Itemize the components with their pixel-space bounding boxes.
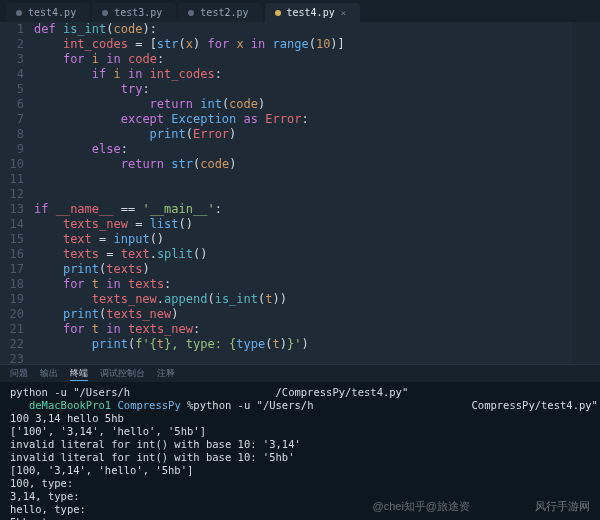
line-number: 12 [0,187,24,202]
tab-label: test3.py [114,7,162,18]
line-number: 9 [0,142,24,157]
line-number: 16 [0,247,24,262]
line-number: 20 [0,307,24,322]
line-number: 4 [0,67,24,82]
panel-tab-2[interactable]: 终端 [70,367,88,381]
terminal-line: ['100', '3,14', 'hello', '5hb'] [10,425,590,438]
line-number: 7 [0,112,24,127]
editor-tab-0[interactable]: test4.py [6,3,90,22]
line-number: 19 [0,292,24,307]
line-number: 1 [0,22,24,37]
line-number: 15 [0,232,24,247]
code-line[interactable] [34,187,590,202]
code-line[interactable]: return int(code) [34,97,590,112]
terminal-line: [100, '3,14', 'hello', '5hb'] [10,464,590,477]
line-number: 14 [0,217,24,232]
code-line[interactable]: int_codes = [str(x) for x in range(10)] [34,37,590,52]
line-number: 8 [0,127,24,142]
line-number: 10 [0,157,24,172]
tab-label: test4.py [28,7,76,18]
close-icon[interactable]: × [341,8,346,18]
code-line[interactable]: except Exception as Error: [34,112,590,127]
line-number: 13 [0,202,24,217]
line-number: 23 [0,352,24,364]
line-number: 22 [0,337,24,352]
file-dot-icon [188,10,194,16]
editor-tab-2[interactable]: test2.py [178,3,262,22]
code-line[interactable]: print(texts) [34,262,590,277]
minimap[interactable] [572,22,600,364]
code-line[interactable] [34,172,590,187]
line-gutter: 1234567891011121314151617181920212223 [0,22,34,364]
line-number: 17 [0,262,24,277]
tab-label: test2.py [200,7,248,18]
code-line[interactable]: print(Error) [34,127,590,142]
terminal-line: invalid literal for int() with base 10: … [10,438,590,451]
code-line[interactable]: print(texts_new) [34,307,590,322]
code-lines[interactable]: def is_int(code): int_codes = [str(x) fo… [34,22,600,364]
code-line[interactable] [34,352,590,364]
terminal-line: 5hb, type: [10,516,590,520]
terminal-line: deMacBookPro1 CompressPy %python -u "/Us… [10,399,590,412]
line-number: 21 [0,322,24,337]
panel-tab-1[interactable]: 输出 [40,367,58,380]
terminal-line: hello, type: [10,503,590,516]
line-number: 18 [0,277,24,292]
terminal-line: 100 3,14 hello 5hb [10,412,590,425]
line-number: 3 [0,52,24,67]
code-line[interactable]: texts_new.append(is_int(t)) [34,292,590,307]
code-line[interactable]: if __name__ == '__main__': [34,202,590,217]
code-line[interactable]: if i in int_codes: [34,67,590,82]
terminal-line: invalid literal for int() with base 10: … [10,451,590,464]
editor-tab-3[interactable]: test4.py× [265,3,361,22]
tab-label: test4.py [287,7,335,18]
code-line[interactable]: for t in texts_new: [34,322,590,337]
terminal-line: 100, type: [10,477,590,490]
panel-tab-bar: 问题输出终端调试控制台注释 [0,364,600,382]
code-line[interactable]: texts = text.split() [34,247,590,262]
file-dot-icon [16,10,22,16]
code-line[interactable]: for t in texts: [34,277,590,292]
line-number: 6 [0,97,24,112]
code-line[interactable]: try: [34,82,590,97]
terminal-output[interactable]: python -u "/Users/h /CompressPy/test4.py… [0,382,600,520]
line-number: 2 [0,37,24,52]
code-line[interactable]: return str(code) [34,157,590,172]
panel-tab-3[interactable]: 调试控制台 [100,367,145,380]
code-line[interactable]: for i in code: [34,52,590,67]
panel-tab-0[interactable]: 问题 [10,367,28,380]
terminal-line: python -u "/Users/h /CompressPy/test4.py… [10,386,590,399]
tab-bar: test4.pytest3.pytest2.pytest4.py× [0,0,600,22]
code-line[interactable]: print(f'{t}, type: {type(t)}') [34,337,590,352]
code-line[interactable]: text = input() [34,232,590,247]
panel-tab-4[interactable]: 注释 [157,367,175,380]
file-dot-icon [275,10,281,16]
editor-tab-1[interactable]: test3.py [92,3,176,22]
code-line[interactable]: def is_int(code): [34,22,590,37]
file-dot-icon [102,10,108,16]
code-editor[interactable]: 1234567891011121314151617181920212223 de… [0,22,600,364]
line-number: 11 [0,172,24,187]
terminal-line: 3,14, type: [10,490,590,503]
line-number: 5 [0,82,24,97]
code-line[interactable]: texts_new = list() [34,217,590,232]
code-line[interactable]: else: [34,142,590,157]
